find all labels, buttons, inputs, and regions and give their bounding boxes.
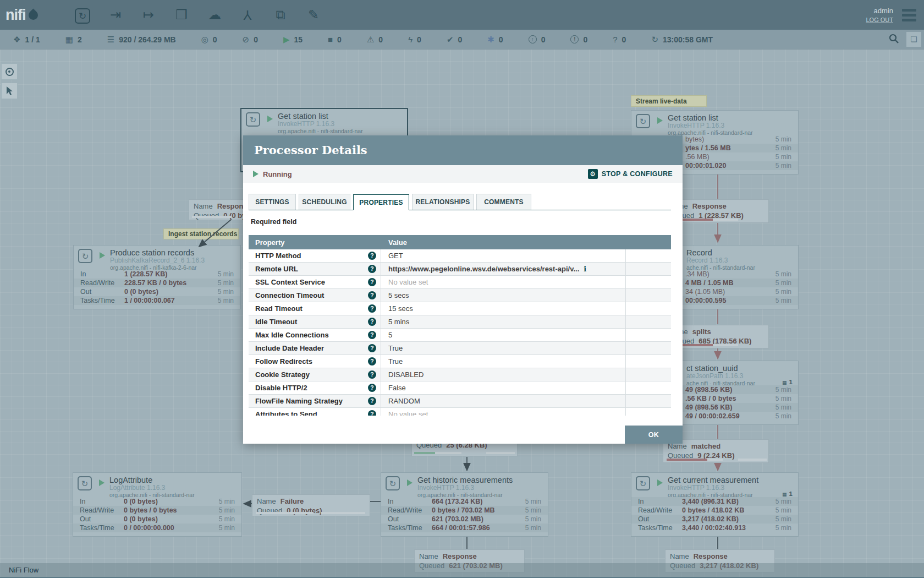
stat-window: 5 min bbox=[776, 524, 791, 532]
help-icon[interactable]: ? bbox=[368, 291, 376, 299]
processor-icon[interactable]: ↻ bbox=[71, 6, 94, 24]
operate-palette-button[interactable] bbox=[1, 83, 18, 99]
property-value[interactable]: 5 bbox=[381, 329, 625, 341]
ok-button[interactable]: OK bbox=[625, 426, 683, 444]
property-actions bbox=[625, 276, 671, 288]
tab-scheduling[interactable]: SCHEDULING bbox=[299, 194, 350, 210]
canvas-label-l2[interactable]: Stream live-data bbox=[631, 95, 707, 107]
property-actions bbox=[625, 395, 671, 407]
connection-name-row: NameResponse bbox=[670, 552, 770, 561]
help-icon[interactable]: ? bbox=[368, 344, 376, 352]
template-icon[interactable]: ⧉ bbox=[269, 6, 292, 24]
help-icon[interactable]: ? bbox=[368, 331, 376, 339]
stat-window: 5 min bbox=[776, 162, 791, 170]
help-icon[interactable]: ? bbox=[368, 384, 376, 392]
property-value[interactable]: 5 mins bbox=[381, 315, 625, 328]
processor-name: Produce station records bbox=[110, 249, 205, 257]
property-value[interactable]: True bbox=[381, 355, 625, 368]
connection-name-row: NameResponse bbox=[669, 201, 764, 211]
output-port-icon[interactable]: ↦ bbox=[137, 6, 160, 24]
help-icon[interactable]: ? bbox=[368, 318, 376, 326]
connection-name-row: NameResponse bbox=[419, 552, 520, 561]
stat-window: 5 min bbox=[525, 506, 541, 514]
input-port-icon[interactable]: ⇥ bbox=[104, 6, 127, 24]
help-icon[interactable]: ? bbox=[368, 278, 376, 286]
property-value[interactable]: False bbox=[381, 381, 625, 394]
status-question: ?0 bbox=[613, 35, 626, 44]
stat-value: 0 bytes / 0 bytes bbox=[124, 506, 219, 514]
status-play: ▶15 bbox=[283, 35, 302, 45]
app-header: nifi ↻⇥↦❐☁Y⧉✎ admin LOG OUT bbox=[0, 0, 924, 30]
property-actions bbox=[625, 342, 671, 355]
property-value[interactable]: 5 secs bbox=[381, 289, 625, 302]
stat-label: Out bbox=[80, 515, 124, 523]
help-icon[interactable]: ? bbox=[368, 252, 376, 260]
stat-window: 5 min bbox=[776, 506, 791, 514]
status-exclamation-circle-count: 0 bbox=[583, 35, 587, 44]
property-value[interactable]: No value set bbox=[381, 276, 625, 288]
property-value[interactable]: RANDOM bbox=[381, 395, 625, 407]
tab-properties[interactable]: PROPERTIES bbox=[353, 194, 409, 210]
global-menu-icon[interactable] bbox=[902, 9, 916, 21]
panel-toggle-button[interactable]: ❏ bbox=[906, 32, 921, 47]
status-cluster: ❖1 / 1 bbox=[13, 35, 40, 45]
search-icon[interactable] bbox=[889, 34, 899, 46]
funnel-icon[interactable]: Y bbox=[236, 6, 259, 24]
processor-type: InvokeHTTP 1.16.3 bbox=[668, 484, 758, 492]
gear-icon: ⚙ bbox=[588, 169, 598, 179]
help-icon[interactable]: ? bbox=[368, 357, 376, 366]
property-value[interactable]: https://www.pegelonline.wsv.de/webservic… bbox=[381, 263, 625, 275]
navigate-palette-button[interactable] bbox=[1, 63, 18, 80]
property-value[interactable]: GET bbox=[381, 249, 625, 262]
processor-p8[interactable]: ↻Get current measurementInvokeHTTP 1.16.… bbox=[631, 472, 799, 537]
stat-value: 664 (173.24 KB) bbox=[432, 498, 525, 505]
name-value: Response bbox=[692, 202, 727, 210]
connection-label-c2[interactable]: NameFailureQueued0 (0 bytes) bbox=[252, 494, 370, 516]
property-value[interactable]: DISABLED bbox=[381, 368, 625, 381]
status-stop: ■0 bbox=[328, 35, 342, 44]
remote-process-group-icon[interactable]: ☁ bbox=[203, 6, 226, 24]
help-icon[interactable]: ? bbox=[368, 304, 376, 313]
label-icon[interactable]: ✎ bbox=[302, 6, 325, 24]
stat-label: In bbox=[80, 270, 124, 278]
nifi-logo-text: nifi bbox=[6, 7, 26, 24]
stat-window: 5 min bbox=[218, 288, 234, 296]
logout-link[interactable]: LOG OUT bbox=[866, 17, 893, 23]
property-value[interactable]: No value set bbox=[381, 408, 625, 416]
processor-name: Get station list bbox=[278, 112, 363, 121]
property-value[interactable]: True bbox=[381, 342, 625, 355]
process-group-icon[interactable]: ❐ bbox=[170, 6, 193, 24]
processor-name: LogAttribute bbox=[109, 476, 195, 484]
help-icon[interactable]: ? bbox=[368, 410, 376, 416]
processor-stat-row: In1 (228.57 KB)5 min bbox=[74, 270, 240, 279]
property-actions bbox=[625, 329, 671, 341]
info-icon[interactable]: i bbox=[584, 265, 586, 273]
breadcrumb-root[interactable]: NiFi Flow bbox=[9, 566, 38, 574]
tab-comments[interactable]: COMMENTS bbox=[476, 194, 531, 210]
processor-p3[interactable]: ↻Produce station recordsPublishKafkaReco… bbox=[73, 245, 241, 309]
stat-window: 5 min bbox=[525, 524, 541, 532]
refresh-status[interactable]: ↻ 13:00:58 GMT bbox=[651, 35, 713, 45]
property-value[interactable]: 15 secs bbox=[381, 302, 625, 315]
help-icon[interactable]: ? bbox=[368, 397, 376, 405]
help-icon[interactable]: ? bbox=[368, 370, 376, 379]
refresh-icon[interactable]: ↻ bbox=[651, 35, 658, 45]
canvas-label-l1[interactable]: Ingest station records bbox=[163, 228, 239, 239]
dialog-status-row: Running ⚙ STOP & CONFIGURE bbox=[243, 165, 683, 183]
processor-type: LogAttribute 1.16.3 bbox=[109, 484, 195, 492]
processor-name: Get current measurement bbox=[668, 476, 758, 484]
processor-stat-row: Tasks/Time0 / 00:00:00.0005 min bbox=[73, 524, 241, 532]
stat-value-fragment: ytes / 1.56 MB bbox=[685, 144, 731, 152]
stop-and-configure-button[interactable]: ⚙ STOP & CONFIGURE bbox=[588, 169, 673, 179]
help-icon[interactable]: ? bbox=[368, 265, 376, 273]
refresh-time: 13:00:58 GMT bbox=[663, 35, 713, 44]
processor-type: InvokeHTTP 1.16.3 bbox=[668, 122, 753, 129]
status-counters: ❖1 / 1▦2☰920 / 264.29 MB◎0⊘0▶15■0⚠0ϟ0✔0✱… bbox=[13, 35, 651, 45]
property-name: Connection Timeout? bbox=[249, 289, 381, 302]
property-row: Idle Timeout?5 mins bbox=[249, 315, 671, 329]
tab-relationships[interactable]: RELATIONSHIPS bbox=[412, 194, 474, 210]
tab-settings[interactable]: SETTINGS bbox=[249, 194, 296, 210]
stat-value: 0 bytes / 703.02 MB bbox=[432, 506, 525, 514]
processor-p5[interactable]: ↻Get historic measurementsInvokeHTTP 1.1… bbox=[381, 472, 548, 537]
processor-p4[interactable]: ↻LogAttributeLogAttribute 1.16.3org.apac… bbox=[73, 472, 242, 537]
